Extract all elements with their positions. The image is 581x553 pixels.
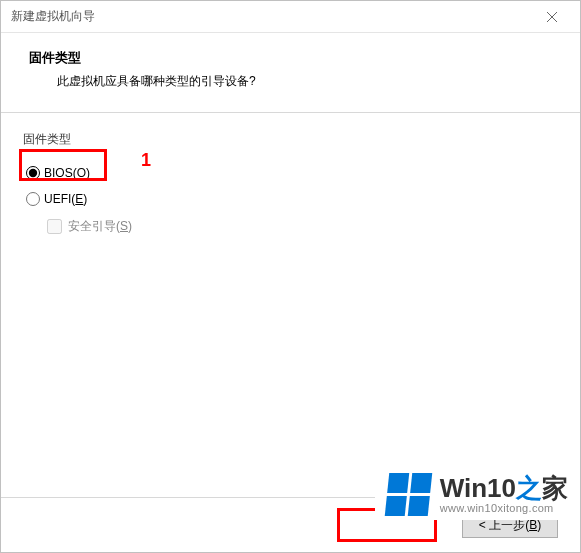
watermark-brand: Win10之家 xyxy=(440,475,568,501)
secure-boot-suffix: ) xyxy=(128,219,132,233)
radio-uefi[interactable]: UEFI(E) xyxy=(23,192,558,206)
titlebar: 新建虚拟机向导 xyxy=(1,1,580,33)
checkbox-secure-boot-label: 安全引导(S) xyxy=(68,218,132,235)
wizard-header: 固件类型 此虚拟机应具备哪种类型的引导设备? xyxy=(1,33,580,113)
secure-boot-prefix: 安全引导( xyxy=(68,219,120,233)
annotation-label-1: 1 xyxy=(141,150,151,171)
close-button[interactable] xyxy=(532,5,572,29)
windows-logo-icon xyxy=(384,473,432,516)
radio-uefi-label: UEFI(E) xyxy=(44,192,87,206)
watermark-brand-mid: 之 xyxy=(516,473,542,503)
secure-boot-mnemonic: S xyxy=(120,219,128,233)
radio-uefi-prefix: UEFI( xyxy=(44,192,75,206)
radio-uefi-input[interactable] xyxy=(26,192,40,206)
watermark-brand-suffix: 家 xyxy=(542,473,568,503)
wizard-dialog: 新建虚拟机向导 固件类型 此虚拟机应具备哪种类型的引导设备? 固件类型 1 BI… xyxy=(0,0,581,553)
radio-uefi-suffix: ) xyxy=(83,192,87,206)
radio-bios-label: BIOS(O) xyxy=(44,166,90,180)
radio-bios-prefix: BIOS( xyxy=(44,166,77,180)
radio-bios[interactable]: BIOS(O) xyxy=(23,166,558,180)
wizard-body: 固件类型 1 BIOS(O) UEFI(E) 安全引导(S) xyxy=(1,113,580,235)
radio-bios-mnemonic: O xyxy=(77,166,86,180)
checkbox-secure-boot-input[interactable] xyxy=(47,219,62,234)
radio-bios-suffix: ) xyxy=(86,166,90,180)
watermark: Win10之家 www.win10xitong.com xyxy=(375,465,580,520)
page-title: 固件类型 xyxy=(29,49,580,67)
radio-bios-input[interactable] xyxy=(26,166,40,180)
firmware-group-label: 固件类型 xyxy=(23,131,558,148)
close-icon xyxy=(546,11,558,23)
dialog-title: 新建虚拟机向导 xyxy=(11,8,95,25)
page-subtitle: 此虚拟机应具备哪种类型的引导设备? xyxy=(29,73,580,90)
watermark-url: www.win10xitong.com xyxy=(440,503,568,514)
watermark-brand-prefix: Win10 xyxy=(440,473,516,503)
checkbox-secure-boot[interactable]: 安全引导(S) xyxy=(23,218,558,235)
watermark-text: Win10之家 www.win10xitong.com xyxy=(440,475,568,514)
